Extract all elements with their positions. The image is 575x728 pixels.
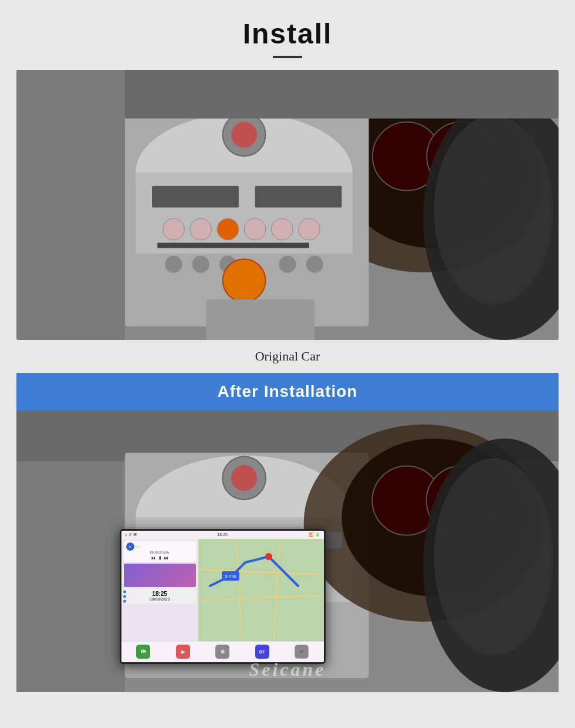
svg-point-17 [244,218,265,240]
prev-track-btn[interactable]: ⏮ [151,555,155,561]
header-section: Install [0,0,575,70]
clock-time: 18:25 [127,591,192,597]
radio-freq: FM 88.00 MHz [126,551,194,554]
screen-body: ● ○○ FM 88.00 MHz ⏮ ⏸ ⏭ [121,539,324,641]
svg-point-16 [217,218,238,240]
screen-time: 18:25 [217,532,228,537]
svg-point-15 [190,218,211,240]
music-widget [124,564,196,587]
svg-rect-27 [206,299,314,340]
svg-rect-46 [198,539,324,641]
screen-icons-right: 📶 🔋 [309,532,320,537]
app-maps[interactable]: 🗺 [136,645,150,659]
clock-date: 09/06/2023 [127,597,192,601]
app-add[interactable]: + [295,645,309,659]
svg-rect-29 [16,70,125,340]
svg-point-6 [434,116,553,305]
screen-icons-left: ⌂ ↺ ☰ [125,532,137,537]
original-car-image [16,70,559,340]
original-car-image-container [16,70,559,340]
svg-rect-20 [157,242,309,248]
screen-radio-area: ● ○○ FM 88.00 MHz ⏮ ⏸ ⏭ [124,541,196,562]
svg-point-51 [265,553,272,560]
svg-point-25 [279,256,296,273]
page-title: Install [0,18,575,50]
svg-point-14 [163,218,184,240]
app-settings[interactable]: ⚙ [215,645,229,659]
clock-widget: 18:25 09/06/2023 [124,589,196,603]
after-installation-text: After Installation [218,382,358,400]
watermark: Seicane [249,659,326,680]
app-video[interactable]: ▶ [176,645,190,659]
map-background: 9 min [198,539,324,641]
page-wrapper: Install [0,0,575,716]
after-installation-banner: After Installation [16,373,559,410]
svg-point-24 [223,259,266,302]
head-unit: ⌂ ↺ ☰ 18:25 📶 🔋 ● ○ [120,529,326,664]
original-car-caption: Original Car [0,340,575,373]
radio-label: ○○ [136,545,140,548]
svg-point-26 [306,256,323,273]
screen-left-panel: ● ○○ FM 88.00 MHz ⏮ ⏸ ⏭ [121,539,198,641]
svg-point-19 [299,218,320,240]
svg-rect-12 [152,186,239,208]
svg-point-11 [231,122,257,148]
svg-rect-9 [136,173,353,254]
svg-point-18 [272,218,293,240]
dashboard-original [16,70,559,340]
app-bluedio[interactable]: BT [255,645,269,659]
nav-dot-back[interactable] [123,595,126,598]
screen-nav-dots [121,588,127,604]
after-installation-image: ⌂ ↺ ☰ 18:25 📶 🔋 ● ○ [16,410,559,692]
nav-dot-home[interactable] [123,590,126,593]
next-track-btn[interactable]: ⏭ [164,555,168,561]
svg-rect-13 [255,186,342,208]
nav-dot-menu[interactable] [123,599,126,602]
head-unit-screen: ⌂ ↺ ☰ 18:25 📶 🔋 ● ○ [121,531,324,662]
svg-point-37 [231,465,257,491]
svg-point-21 [165,256,182,273]
screen-map-panel: 9 min [198,539,324,641]
screen-status-bar: ⌂ ↺ ☰ 18:25 📶 🔋 [121,531,324,539]
title-divider [273,56,302,58]
play-btn[interactable]: ⏸ [157,555,162,561]
svg-point-43 [434,459,553,656]
svg-point-22 [192,256,209,273]
svg-text:9 min: 9 min [225,574,236,579]
